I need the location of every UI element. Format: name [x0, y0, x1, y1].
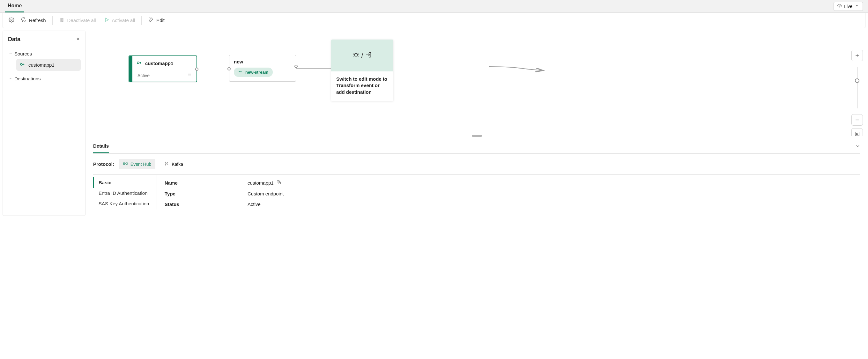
refresh-button[interactable]: Refresh	[17, 15, 50, 26]
svg-rect-10	[126, 163, 127, 164]
svg-point-0	[839, 5, 840, 6]
tree-destinations[interactable]: Destinations	[7, 73, 81, 84]
node-source-status: Active	[137, 73, 150, 78]
node-stream-title: new	[234, 59, 291, 64]
toolbar: Refresh Deactivate all Activate all Edit	[3, 13, 865, 28]
transform-icon	[352, 51, 360, 60]
svg-point-14	[167, 162, 168, 163]
edit-icon	[148, 17, 154, 24]
node-source-customapp1[interactable]: customapp1 Active	[129, 56, 197, 82]
protocol-eventhub-button[interactable]: Event Hub	[119, 159, 155, 169]
edit-label: Edit	[156, 18, 165, 23]
source-item-label: customapp1	[28, 62, 55, 68]
placeholder-text: Switch to edit mode to Transform event o…	[331, 71, 393, 101]
source-item-customapp1[interactable]: customapp1	[16, 59, 81, 71]
details-tab-label: Details	[93, 143, 109, 149]
separator-text: /	[362, 52, 363, 59]
field-name-label: Name	[165, 180, 248, 186]
collapse-panel-icon[interactable]	[855, 143, 860, 150]
sidebar-title: Data	[8, 36, 21, 43]
eventhub-icon	[123, 161, 128, 167]
stream-icon	[238, 69, 243, 75]
zoom-fit-button[interactable]	[851, 128, 863, 136]
chevron-down-icon	[9, 51, 12, 57]
collapse-left-icon[interactable]	[75, 36, 80, 43]
pause-icon	[59, 17, 65, 24]
svg-rect-9	[123, 163, 125, 164]
protocol-kafka-button[interactable]: Kafka	[160, 159, 187, 169]
endpoint-icon	[20, 62, 25, 68]
deactivate-all-button[interactable]: Deactivate all	[55, 15, 100, 26]
gear-icon	[9, 17, 14, 24]
edit-button[interactable]: Edit	[144, 15, 168, 26]
kafka-icon	[164, 161, 169, 167]
pipeline-canvas[interactable]: customapp1 Active new new-	[86, 31, 868, 136]
top-tabbar: Home Live	[0, 0, 868, 13]
stream-pill[interactable]: new-stream	[234, 68, 273, 77]
details-side-tabs: Basic Entra ID Authentication SAS Key Au…	[93, 175, 157, 209]
live-mode-button[interactable]: Live	[834, 2, 863, 11]
svg-point-5	[137, 62, 139, 64]
tab-home-label: Home	[8, 3, 22, 9]
node-source-title: customapp1	[145, 61, 173, 66]
refresh-icon	[21, 17, 27, 24]
svg-point-15	[167, 164, 168, 165]
svg-rect-8	[857, 133, 858, 135]
node-stream-new[interactable]: new new-stream	[229, 55, 296, 81]
zoom-controls: + −	[851, 50, 863, 136]
deactivate-all-label: Deactivate all	[67, 18, 96, 23]
endpoint-icon	[136, 60, 142, 67]
svg-point-1	[11, 19, 12, 21]
tree-destinations-label: Destinations	[14, 76, 41, 81]
zoom-slider[interactable]	[857, 67, 858, 108]
activate-all-button[interactable]: Activate all	[100, 15, 139, 26]
refresh-label: Refresh	[29, 18, 46, 23]
stream-pill-label: new-stream	[245, 70, 268, 75]
panel-splitter[interactable]	[86, 136, 868, 137]
svg-point-4	[21, 63, 22, 65]
tree-sources-label: Sources	[14, 51, 32, 57]
node-placeholder-destination[interactable]: / Switch to edit mode to Transform event…	[331, 39, 393, 101]
details-tab[interactable]: Details	[93, 139, 109, 153]
field-type-label: Type	[165, 191, 248, 196]
caret-down-icon	[854, 3, 859, 9]
protocol-label: Protocol:	[93, 161, 114, 167]
zoom-out-button[interactable]: −	[851, 114, 863, 126]
chevron-down-icon	[9, 76, 12, 81]
play-icon	[104, 17, 110, 24]
svg-point-6	[354, 53, 357, 56]
svg-point-12	[165, 165, 166, 165]
field-type-value: Custom endpoint	[248, 191, 284, 196]
svg-rect-2	[61, 18, 61, 22]
svg-point-11	[165, 162, 166, 163]
details-fields: Name customapp1 Type Custom endpoint	[157, 175, 284, 209]
side-tab-basic[interactable]: Basic	[93, 177, 157, 188]
details-panel: Details Protocol: Event Hub	[86, 137, 868, 216]
field-name-value: customapp1	[248, 180, 274, 186]
settings-button[interactable]	[6, 15, 17, 26]
protocol-kafka-label: Kafka	[172, 162, 183, 167]
zoom-thumb[interactable]	[855, 78, 859, 83]
copy-icon[interactable]	[276, 180, 281, 186]
field-status-label: Status	[165, 201, 248, 207]
zoom-in-button[interactable]: +	[851, 50, 863, 61]
side-tab-entra[interactable]: Entra ID Authentication	[93, 188, 157, 198]
activate-all-label: Activate all	[112, 18, 135, 23]
port-out[interactable]	[195, 68, 198, 71]
svg-rect-7	[855, 132, 859, 136]
protocol-eventhub-label: Event Hub	[130, 162, 151, 167]
field-status-value: Active	[248, 201, 260, 207]
tree-sources[interactable]: Sources	[7, 48, 81, 59]
port-out[interactable]	[294, 65, 298, 68]
tab-home[interactable]: Home	[5, 0, 24, 12]
port-in[interactable]	[227, 67, 230, 70]
hamburger-icon[interactable]	[187, 72, 192, 78]
data-sidebar: Data Sources customapp1 Destinations	[3, 31, 86, 216]
side-tab-sas[interactable]: SAS Key Authentication	[93, 198, 157, 209]
svg-rect-3	[62, 18, 63, 22]
eye-icon	[837, 3, 842, 9]
output-icon	[365, 51, 372, 60]
live-label: Live	[844, 4, 852, 9]
